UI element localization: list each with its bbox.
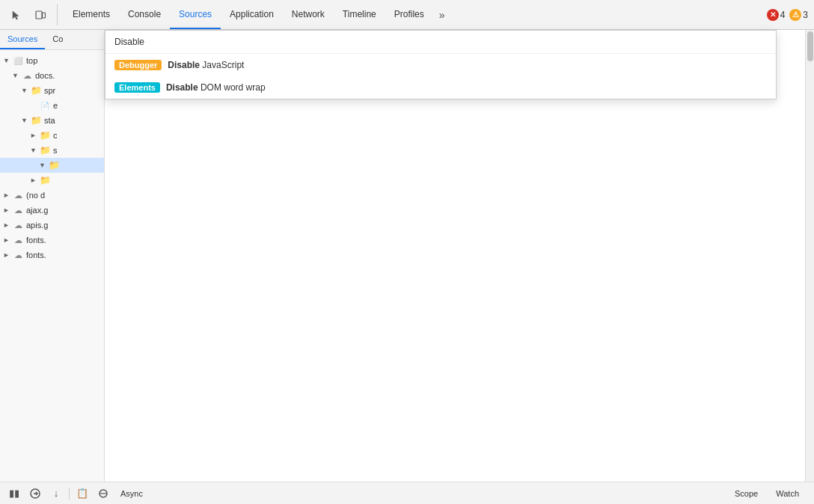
tree-arrow: ▼ (30, 147, 39, 154)
folder-icon: 📁 (30, 84, 42, 96)
tree-item-fonts1[interactable]: ► ☁ fonts. (0, 233, 104, 248)
cursor-tool-button[interactable] (6, 4, 27, 25)
svg-rect-1 (43, 13, 46, 18)
tree-arrow: ► (30, 176, 39, 184)
tab-console[interactable]: Console (119, 0, 170, 29)
tree-arrow: ▼ (12, 72, 21, 79)
tree-item-spr[interactable]: ▼ 📁 spr (0, 83, 104, 98)
tree-item-sub-selected[interactable]: ▼ 📁 (0, 158, 104, 173)
sources-subtab-sources[interactable]: Sources (0, 30, 45, 49)
tree-arrow: ▼ (21, 87, 30, 94)
tab-navigation: Elements Console Sources Application Net… (64, 0, 451, 29)
error-icon: ✕ (767, 9, 779, 21)
tree-item-e[interactable]: 📄 e (0, 98, 104, 113)
tree-label: apis.g (26, 221, 48, 230)
sources-tree: ▼ ⬜ top ▼ ☁ docs. ▼ 📁 spr 📄 e (0, 50, 104, 504)
toolbar-divider (69, 488, 70, 500)
tree-label: (no d (26, 191, 45, 200)
tree-label: spr (44, 86, 55, 95)
tree-item-s[interactable]: ▼ 📁 s (0, 143, 104, 158)
tree-arrow: ► (3, 251, 12, 259)
bottom-toolbar: ▮▮ ↓ 📋 Async Scope Watch (0, 482, 814, 504)
tree-item-c[interactable]: ► 📁 c (0, 128, 104, 143)
tree-item-apis[interactable]: ► ☁ apis.g (0, 218, 104, 233)
sources-subtab-co[interactable]: Co (45, 30, 70, 49)
cloud-icon: ☁ (12, 249, 24, 261)
autocomplete-item-elements[interactable]: Elements Disable DOM word wrap (105, 76, 776, 99)
tree-label: c (53, 131, 58, 140)
autocomplete-item-debugger[interactable]: Debugger Disable JavaScript (105, 54, 776, 76)
tree-label: fonts. (26, 251, 46, 259)
tab-timeline[interactable]: Timeline (334, 0, 385, 29)
more-tabs-button[interactable]: » (433, 9, 451, 21)
tree-item-ajax[interactable]: ► ☁ ajax.g (0, 203, 104, 218)
error-count: 4 (780, 10, 786, 20)
cloud-icon: ☁ (12, 234, 24, 246)
tab-elements[interactable]: Elements (64, 0, 119, 29)
watch-button[interactable]: Watch (767, 485, 808, 502)
step-into-button[interactable]: ↓ (48, 485, 64, 502)
svg-rect-0 (36, 11, 42, 19)
tree-item-sta[interactable]: ▼ 📁 sta (0, 113, 104, 128)
tree-label: s (53, 146, 58, 155)
step-over-button[interactable] (27, 485, 43, 502)
error-badge: ✕ 4 (767, 9, 786, 21)
warning-badge: ⚠ 3 (789, 9, 808, 21)
folder-icon: 📁 (39, 129, 51, 141)
autocomplete-popup: Disable Debugger Disable JavaScript Elem… (105, 30, 777, 99)
async-button[interactable]: Async (116, 485, 147, 502)
breakpoints-button[interactable] (95, 485, 111, 502)
tab-sources[interactable]: Sources (170, 0, 221, 29)
frame-icon: ⬜ (12, 55, 24, 67)
tree-label: e (53, 101, 58, 110)
cloud-icon: ☁ (12, 189, 24, 201)
device-toolbar-button[interactable] (30, 4, 51, 25)
autocomplete-header: Disable (105, 31, 776, 54)
tree-arrow: ► (3, 236, 12, 244)
tree-item-fonts2[interactable]: ► ☁ fonts. (0, 248, 104, 262)
tree-item-docs[interactable]: ▼ ☁ docs. (0, 68, 104, 83)
scope-watch-container: Scope Watch (726, 485, 808, 502)
scrollbar-thumb[interactable] (807, 31, 813, 61)
folder-icon: 📁 (39, 144, 51, 156)
tab-application[interactable]: Application (221, 0, 283, 29)
tree-arrow: ► (3, 191, 12, 199)
file-icon: 📄 (39, 99, 51, 111)
tree-arrow: ▼ (3, 57, 12, 64)
folder-icon: 📁 (48, 159, 60, 171)
warning-icon: ⚠ (789, 9, 801, 21)
tree-arrow: ► (30, 132, 39, 139)
devtools-toolbar: Elements Console Sources Application Net… (0, 0, 814, 30)
scrollbar[interactable] (805, 30, 814, 482)
autocomplete-item-text-1: Disable JavaScript (168, 60, 244, 70)
tab-profiles[interactable]: Profiles (385, 0, 433, 29)
main-panel: Disable Debugger Disable JavaScript Elem… (105, 30, 814, 504)
tree-arrow: ▼ (39, 162, 48, 169)
tree-label: top (26, 56, 37, 65)
debugger-badge: Debugger (114, 60, 162, 70)
folder-icon: 📁 (39, 174, 51, 186)
tree-item-nodomain[interactable]: ► ☁ (no d (0, 188, 104, 203)
sources-panel: Sources Co ▼ ⬜ top ▼ ☁ docs. ▼ 📁 (0, 30, 105, 504)
tree-label: ajax.g (26, 206, 48, 215)
tree-item-top[interactable]: ▼ ⬜ top (0, 53, 104, 68)
tree-arrow: ► (3, 221, 12, 229)
toolbar-right: ✕ 4 ⚠ 3 (767, 9, 808, 21)
elements-badge: Elements (114, 82, 160, 93)
pause-button[interactable]: ▮▮ (6, 485, 22, 502)
sources-subtabs: Sources Co (0, 30, 104, 50)
add-breakpoint-button[interactable]: 📋 (74, 485, 91, 502)
toolbar-icons (6, 4, 58, 25)
tree-label: docs. (35, 71, 55, 80)
tree-label: fonts. (26, 236, 46, 245)
devtools-body: Sources Co ▼ ⬜ top ▼ ☁ docs. ▼ 📁 (0, 30, 814, 504)
tab-network[interactable]: Network (283, 0, 334, 29)
tree-label: sta (44, 116, 55, 125)
autocomplete-item-text-2: Disable DOM word wrap (166, 82, 266, 93)
cloud-icon: ☁ (12, 204, 24, 216)
scope-button[interactable]: Scope (726, 485, 767, 502)
warning-count: 3 (803, 10, 808, 20)
tree-arrow: ▼ (21, 117, 30, 124)
tree-item-empty-folder[interactable]: ► 📁 (0, 173, 104, 188)
cloud-icon: ☁ (12, 219, 24, 231)
